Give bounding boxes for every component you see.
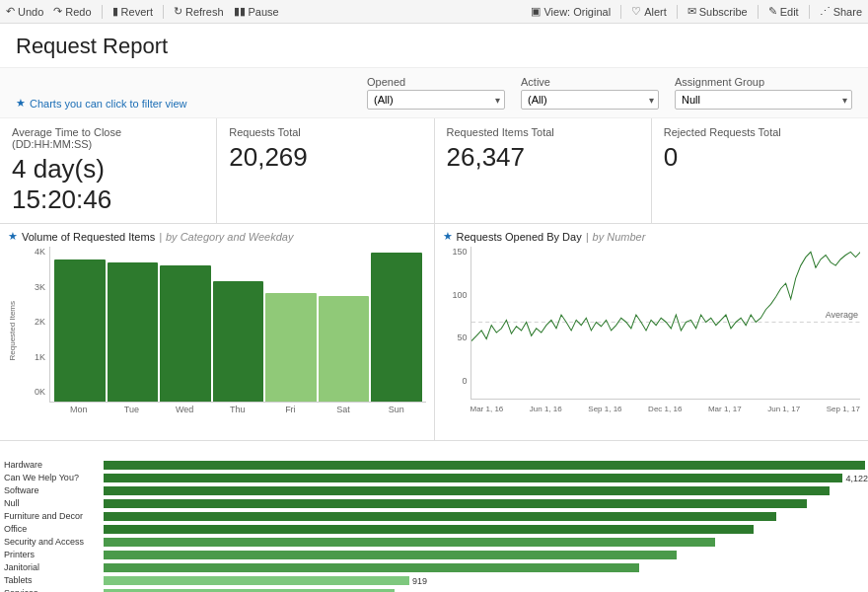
line-chart-area: Average Mar 1, 16Jun 1, 16Sep 1, 16Dec 1…: [470, 247, 861, 400]
category-bars-area: 4,122 919 890 878: [104, 441, 868, 592]
bar-xlabel-Sun: Sun: [371, 405, 422, 414]
cat-label-8: Janitorial: [4, 561, 100, 574]
bar-chart-title: ★ Volume of Requested Items | by Categor…: [8, 230, 426, 243]
category-bar-row[interactable]: [104, 484, 868, 497]
cat-label-7: Printers: [4, 549, 100, 561]
filter-info[interactable]: ★ Charts you can click to filter view: [16, 97, 351, 110]
cat-bar-1[interactable]: [104, 474, 842, 482]
page-title: Request Report: [16, 34, 852, 59]
cat-bar-4[interactable]: [104, 512, 776, 521]
bar-chart-yaxis: 4K3K2K1K0K: [22, 247, 49, 414]
cat-bar-3[interactable]: [104, 499, 807, 508]
star-icon: ★: [16, 97, 26, 110]
opened-select[interactable]: (All): [367, 90, 505, 110]
bar-chart-container: Requested Items 4K3K2K1K0K MonTueWedThuF…: [8, 247, 426, 414]
cat-bar-8[interactable]: [104, 563, 639, 572]
pause-button[interactable]: ▮▮ Pause: [234, 5, 279, 18]
bar-Sun[interactable]: [371, 253, 422, 402]
pencil-icon: ✎: [768, 5, 777, 18]
bar-yaxis-label: 2K: [35, 317, 45, 327]
category-bar-row[interactable]: [104, 510, 868, 523]
category-bars: 4,122 919 890 878: [104, 459, 868, 592]
assignment-group-select-wrapper[interactable]: Null: [675, 90, 852, 110]
bar-chart-star-icon: ★: [8, 230, 18, 243]
toolbar-separator-6: [809, 5, 810, 19]
line-yaxis-label: 100: [452, 290, 467, 300]
share-button[interactable]: ⋰ Share: [820, 5, 862, 18]
line-chart-svg: [470, 247, 861, 400]
alert-button[interactable]: ♡ Alert: [631, 5, 667, 18]
bar-Sat[interactable]: [319, 296, 370, 402]
bell-icon: ♡: [631, 5, 641, 18]
undo-button[interactable]: ↶ Undo: [6, 5, 43, 18]
kpi-value-1: 20,269: [229, 142, 421, 173]
cat-bar-7[interactable]: [104, 551, 677, 559]
cat-bar-6[interactable]: [104, 538, 715, 547]
toolbar: ↶ Undo ↷ Redo ▮ Revert ↻ Refresh ▮▮ Paus…: [0, 0, 868, 24]
bar-Wed[interactable]: [160, 265, 211, 402]
share-icon: ⋰: [820, 5, 831, 18]
cat-bar-2[interactable]: [104, 486, 830, 495]
line-chart-panel: ★ Requests Opened By Day | by Number 150…: [435, 224, 869, 440]
category-bar-row[interactable]: [104, 561, 868, 574]
bar-Mon[interactable]: [54, 259, 106, 402]
opened-label: Opened: [367, 76, 505, 88]
assignment-group-select[interactable]: Null: [675, 90, 852, 110]
category-bar-row[interactable]: [104, 523, 868, 536]
bar-xlabel-Wed: Wed: [159, 405, 210, 414]
kpi-label-0: Average Time to Close (DD:HH:MM:SS): [12, 126, 204, 150]
filter-bar: ★ Charts you can click to filter view Op…: [0, 68, 868, 118]
cat-label-1: Can We Help You?: [4, 472, 100, 484]
bar-chart-subtitle: |: [159, 231, 162, 243]
envelope-icon: ✉: [687, 5, 696, 18]
page-title-bar: Request Report: [0, 24, 868, 68]
category-labels: HardwareCan We Help You?SoftwareNullFurn…: [0, 441, 104, 592]
undo-icon: ↶: [6, 5, 15, 18]
line-chart-title: ★ Requests Opened By Day | by Number: [443, 230, 861, 243]
refresh-button[interactable]: ↻ Refresh: [174, 5, 224, 18]
cat-bar-val-1: 4,122: [845, 474, 868, 483]
kpi-cell-3: Rejected Requests Total 0: [652, 118, 868, 223]
cat-bar-0[interactable]: [104, 461, 865, 470]
edit-button[interactable]: ✎ Edit: [768, 5, 799, 18]
subscribe-button[interactable]: ✉ Subscribe: [687, 5, 748, 18]
refresh-icon: ↻: [174, 5, 182, 18]
redo-button[interactable]: ↷ Redo: [53, 5, 91, 18]
bar-xlabel-Fri: Fri: [265, 405, 317, 414]
active-label: Active: [521, 76, 659, 88]
kpi-cell-2: Requested Items Total 26,347: [435, 118, 652, 223]
cat-bar-9[interactable]: [104, 576, 409, 585]
cat-label-3: Null: [4, 497, 100, 510]
line-xlabel: Jun 1, 17: [767, 405, 800, 413]
line-xlabel: Sep 1, 16: [588, 405, 621, 413]
category-bar-row[interactable]: 919: [104, 574, 868, 587]
bar-chart-bars[interactable]: [49, 247, 426, 403]
bar-Fri[interactable]: [265, 293, 317, 402]
avg-label: Average: [826, 310, 858, 320]
line-chart-yaxis: 150100500: [443, 247, 470, 400]
category-bar-row[interactable]: [104, 587, 868, 592]
kpi-label-2: Requested Items Total: [447, 126, 639, 138]
cat-label-5: Office: [4, 523, 100, 536]
toolbar-separator: [102, 5, 103, 19]
active-select-wrapper[interactable]: (All): [521, 90, 659, 110]
bar-Thu[interactable]: [213, 281, 264, 402]
kpi-row: Average Time to Close (DD:HH:MM:SS) 4 da…: [0, 118, 868, 224]
category-bar-row[interactable]: [104, 549, 868, 561]
charts-area: ★ Volume of Requested Items | by Categor…: [0, 224, 868, 441]
category-bar-row[interactable]: [104, 497, 868, 510]
category-bar-row[interactable]: 4,122: [104, 472, 868, 484]
bar-Tue[interactable]: [108, 262, 159, 402]
view-icon: ▣: [531, 5, 541, 18]
category-bar-row[interactable]: [104, 536, 868, 549]
category-bar-row[interactable]: [104, 459, 868, 472]
view-original-button[interactable]: ▣ View: Original: [531, 5, 611, 18]
active-select[interactable]: (All): [521, 90, 659, 110]
opened-select-wrapper[interactable]: (All): [367, 90, 505, 110]
cat-label-4: Furniture and Decor: [4, 510, 100, 523]
line-yaxis-label: 150: [452, 247, 467, 257]
assignment-group-filter-group: Assignment Group Null: [675, 76, 852, 110]
pause-icon: ▮▮: [234, 5, 246, 18]
revert-button[interactable]: ▮ Revert: [112, 5, 153, 18]
cat-bar-5[interactable]: [104, 525, 754, 534]
